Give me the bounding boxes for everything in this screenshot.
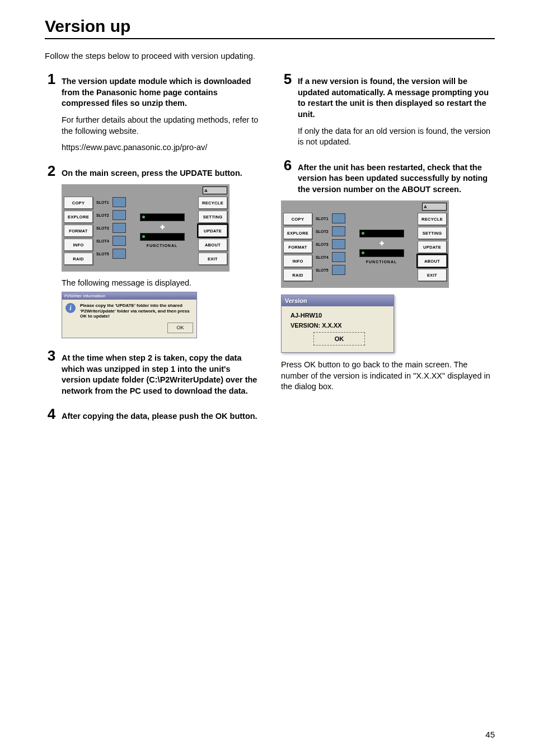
info-dialog: P2Writer Information i Please copy the '… [62,292,197,338]
step-2-after: The following message is displayed. [62,278,259,287]
p2-card-icon [332,239,345,249]
step-3-bold: At the time when step 2 is taken, copy t… [62,353,257,395]
step-3: 3 At the time when step 2 is taken, copy… [45,348,259,396]
step-5-bold: If a new version is found, the version w… [298,77,489,119]
p2-card-icon [332,213,345,223]
step-2: 2 On the main screen, press the UPDATE b… [45,164,259,338]
slot3-label: SLOT3 [316,242,330,246]
format-button[interactable]: FORMAT [64,225,93,237]
slot5-label: SLOT5 [316,268,330,272]
setting-button[interactable]: SETTING [418,227,447,239]
version-number: VERSION: X.X.XX [291,322,388,329]
left-column: 1 The version update module which is dow… [45,72,259,432]
slot2-label: SLOT2 [316,230,330,234]
raid-button[interactable]: RAID [64,253,93,265]
update-button[interactable]: UPDATE [418,241,447,253]
step-2-bold: On the main screen, press the UPDATE but… [62,169,242,178]
keyboard-indicator-icon [422,203,447,211]
copy-button[interactable]: COPY [64,197,93,209]
drive-bar-icon [360,230,404,237]
p2-card-icon [332,226,345,236]
exit-button[interactable]: EXIT [418,269,447,281]
slot2-label: SLOT2 [96,213,111,217]
step-4-num: 4 [45,407,58,421]
step-6-bold: After the unit has been restarted, check… [298,163,488,194]
right-column: 5 If a new version is found, the version… [281,72,495,432]
step-1-bold: The version update module which is downl… [62,77,251,108]
step-6: 6 After the unit has been restarted, che… [281,158,495,393]
functional-label: FUNCTIONAL [147,244,178,248]
recycle-button[interactable]: RECYCLE [198,197,227,209]
slot1-label: SLOT1 [316,217,330,221]
plus-icon: ✚ [380,240,384,246]
step-3-num: 3 [45,348,58,363]
p2-card-icon [113,223,126,233]
raid-button[interactable]: RAID [283,269,312,281]
version-model: AJ-HRW10 [291,312,388,319]
version-dialog: Version AJ-HRW10 VERSION: X.X.XX OK [281,295,394,353]
p2-card-icon [113,197,126,207]
plus-icon: ✚ [160,224,165,230]
main-screen-about: COPY EXPLORE FORMAT INFO RAID SLOT1 SLOT… [281,200,449,288]
info-button[interactable]: INFO [64,239,93,251]
step-4-bold: After copying the data, please push the … [62,412,257,421]
p2-card-icon [113,210,126,220]
slot3-label: SLOT3 [96,226,111,230]
p2-card-icon [113,236,126,246]
version-dialog-title: Version [282,295,394,306]
step-1-url: https://eww.pavc.panasonic.co.jp/pro-av/ [62,142,259,153]
slot4-label: SLOT4 [96,239,111,243]
step-1-num: 1 [45,72,58,86]
dialog-ok-button[interactable]: OK [167,323,193,333]
update-button[interactable]: UPDATE [198,225,227,237]
functional-label: FUNCTIONAL [366,260,397,264]
p2-card-icon [332,252,345,262]
slot4-label: SLOT4 [316,255,330,259]
dialog-title: P2Writer Information [62,292,196,300]
info-button[interactable]: INFO [283,255,312,267]
step-1: 1 The version update module which is dow… [45,72,259,153]
format-button[interactable]: FORMAT [283,241,312,253]
copy-button[interactable]: COPY [283,213,312,225]
dialog-text: Please copy the 'UPDATE' folder into the… [80,303,193,319]
recycle-button[interactable]: RECYCLE [418,213,447,225]
slot5-label: SLOT5 [96,252,111,256]
p2-card-icon [332,265,345,275]
keyboard-indicator-icon [203,186,227,194]
step-5-num: 5 [281,72,294,86]
step-6-num: 6 [281,158,294,172]
step-6-after1: Press OK button to go back to the main s… [281,360,452,369]
about-button[interactable]: ABOUT [418,255,447,267]
p2-card-icon [113,249,126,259]
step-4: 4 After copying the data, please push th… [45,407,259,422]
setting-button[interactable]: SETTING [198,211,227,223]
main-screen-update: COPY EXPLORE FORMAT INFO RAID SLOT1 SLOT… [62,184,229,272]
page-number: 45 [485,730,495,739]
exit-button[interactable]: EXIT [198,253,227,265]
drive-bar-icon [140,214,184,221]
step-2-num: 2 [45,164,58,178]
step-5-sub: If only the data for an old version is f… [298,126,495,148]
about-button[interactable]: ABOUT [198,239,227,251]
explore-button[interactable]: EXPLORE [64,211,93,223]
explore-button[interactable]: EXPLORE [283,227,312,239]
drive-bar-icon [360,250,404,256]
drive-bar-icon [140,234,184,240]
page-title: Version up [45,17,495,39]
step-5: 5 If a new version is found, the version… [281,72,495,147]
step-1-sub: For further details about the updating m… [62,115,259,137]
slot1-label: SLOT1 [96,200,111,204]
version-ok-button[interactable]: OK [313,332,365,346]
intro-text: Follow the steps below to proceed with v… [45,50,495,62]
info-icon: i [65,303,76,313]
